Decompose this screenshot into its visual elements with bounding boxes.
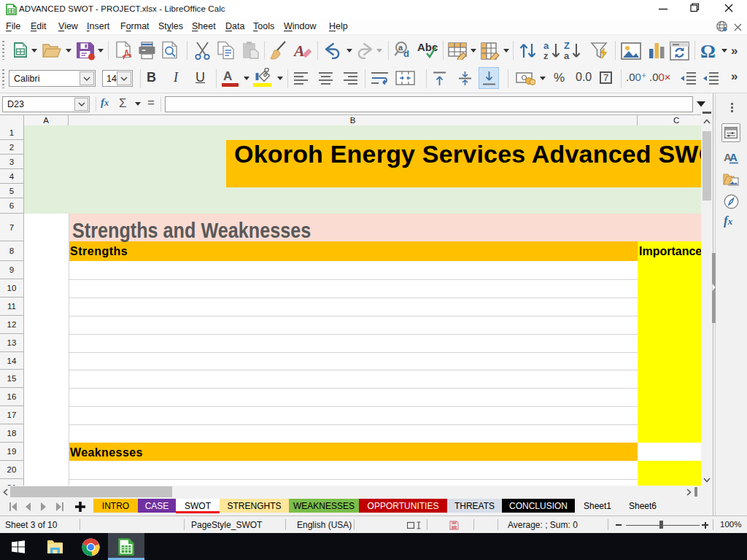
svg-text:a: a: [543, 41, 549, 51]
svg-text:a: a: [398, 43, 403, 52]
svg-text:A: A: [729, 152, 738, 163]
svg-text:a: a: [564, 50, 570, 61]
svg-text:z: z: [543, 50, 549, 61]
svg-text:Ω: Ω: [700, 42, 716, 61]
svg-text:Z: Z: [564, 41, 570, 51]
svg-text:A: A: [293, 42, 305, 60]
svg-text:d: d: [403, 48, 409, 59]
